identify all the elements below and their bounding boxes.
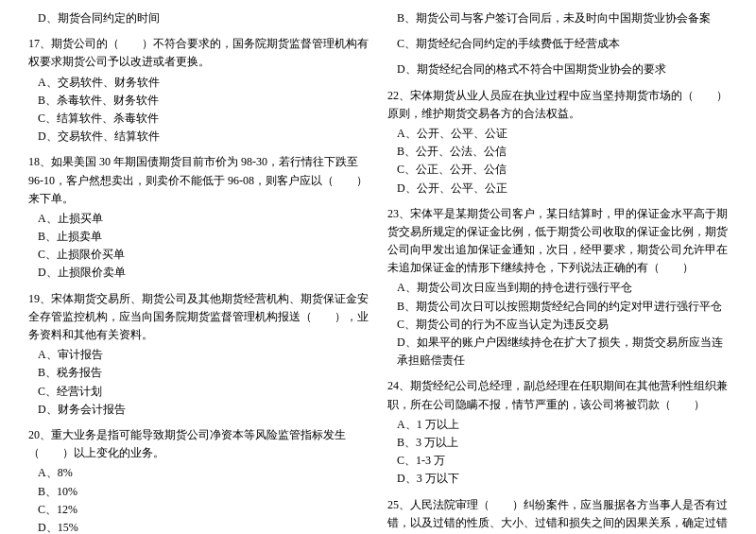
question-22: 22、宋体期货从业人员应在执业过程中应当坚持期货市场的（ ）原则，维护期货交易各… <box>387 87 728 198</box>
q20-option-d: D、15% <box>28 519 369 534</box>
right-column: B、期货公司与客户签订合同后，未及时向中国期货业协会备案 C、期货经纪合同约定的… <box>387 9 728 534</box>
q22-option-b: B、公开、公法、公信 <box>387 143 728 161</box>
option-d-text: D、期货经纪合同的格式不符合中国期货业协会的要求 <box>387 60 728 78</box>
q19-option-b: B、税务报告 <box>28 364 369 382</box>
q20-option-b: B、10% <box>28 483 369 501</box>
q17-option-c: C、结算软件、杀毒软件 <box>28 110 369 128</box>
q17-option-d: D、交易软件、结算软件 <box>28 128 369 146</box>
question-24: 24、期货经纪公司总经理，副总经理在任职期间在其他营利性组织兼职，所在公司隐瞒不… <box>387 377 728 488</box>
question-20-text: 20、重大业务是指可能导致期货公司净资本等风险监管指标发生（ ）以上变化的业务。 <box>28 426 369 462</box>
question-19-text: 19、宋体期货交易所、期货公司及其他期货经营机构、期货保证金安全存管监控机构，应… <box>28 290 369 345</box>
prev-d-option: D、期货合同约定的时间 <box>28 9 369 27</box>
question-18-text: 18、如果美国 30 年期国债期货目前市价为 98-30，若行情往下跌至 96-… <box>28 153 369 208</box>
q19-option-a: A、审计报告 <box>28 346 369 364</box>
question-17: 17、期货公司的（ ）不符合要求的，国务院期货监督管理机构有权要求期货公司予以改… <box>28 35 369 146</box>
q20-option-a: A、8% <box>28 464 369 482</box>
q19-option-d: D、财务会计报告 <box>28 401 369 419</box>
q24-option-a: A、1 万以上 <box>387 416 728 434</box>
question-25: 25、人民法院审理（ ）纠纷案件，应当服据各方当事人是否有过错，以及过错的性质、… <box>387 496 728 535</box>
q19-option-c: C、经营计划 <box>28 383 369 401</box>
q22-option-a: A、公开、公平、公证 <box>387 125 728 143</box>
q24-option-c: C、1-3 万 <box>387 452 728 470</box>
option-b-text: B、期货公司与客户签订合同后，未及时向中国期货业协会备案 <box>387 9 728 27</box>
q22-option-d: D、公开、公平、公正 <box>387 180 728 198</box>
question-25-text: 25、人民法院审理（ ）纠纷案件，应当服据各方当事人是否有过错，以及过错的性质、… <box>387 496 728 535</box>
q22-option-c: C、公正、公开、公信 <box>387 161 728 179</box>
q24-option-b: B、3 万以上 <box>387 434 728 452</box>
q23-option-b: B、期货公司次日可以按照期货经纪合同的约定对甲进行强行平仓 <box>387 298 728 316</box>
option-text: D、期货合同约定的时间 <box>28 9 369 27</box>
question-17-text: 17、期货公司的（ ）不符合要求的，国务院期货监督管理机构有权要求期货公司予以改… <box>28 35 369 71</box>
q18-option-d: D、止损限价卖单 <box>28 264 369 282</box>
question-22-text: 22、宋体期货从业人员应在执业过程中应当坚持期货市场的（ ）原则，维护期货交易各… <box>387 87 728 123</box>
q18-option-b: B、止损卖单 <box>28 228 369 246</box>
question-19: 19、宋体期货交易所、期货公司及其他期货经营机构、期货保证金安全存管监控机构，应… <box>28 290 369 419</box>
prev-c-option: C、期货经纪合同约定的手续费低于经营成本 <box>387 35 728 53</box>
prev-d-option2: D、期货经纪合同的格式不符合中国期货业协会的要求 <box>387 60 728 78</box>
option-c-text: C、期货经纪合同约定的手续费低于经营成本 <box>387 35 728 53</box>
prev-b-option: B、期货公司与客户签订合同后，未及时向中国期货业协会备案 <box>387 9 728 27</box>
q24-option-d: D、3 万以下 <box>387 470 728 488</box>
q17-option-b: B、杀毒软件、财务软件 <box>28 92 369 110</box>
left-column: D、期货合同约定的时间 17、期货公司的（ ）不符合要求的，国务院期货监督管理机… <box>28 9 369 534</box>
q23-option-a: A、期货公司次日应当到期的持仓进行强行平仓 <box>387 279 728 297</box>
q18-option-c: C、止损限价买单 <box>28 246 369 264</box>
question-18: 18、如果美国 30 年期国债期货目前市价为 98-30，若行情往下跌至 96-… <box>28 153 369 282</box>
question-20: 20、重大业务是指可能导致期货公司净资本等风险监管指标发生（ ）以上变化的业务。… <box>28 426 369 534</box>
two-column-layout: D、期货合同约定的时间 17、期货公司的（ ）不符合要求的，国务院期货监督管理机… <box>28 9 728 534</box>
question-23-text: 23、宋体平是某期货公司客户，某日结算时，甲的保证金水平高于期货交易所规定的保证… <box>387 205 728 278</box>
question-23: 23、宋体平是某期货公司客户，某日结算时，甲的保证金水平高于期货交易所规定的保证… <box>387 205 728 370</box>
q20-option-c: C、12% <box>28 501 369 519</box>
q23-option-d: D、如果平的账户户因继续持仓在扩大了损失，期货交易所应当连承担赔偿责任 <box>387 334 728 370</box>
question-24-text: 24、期货经纪公司总经理，副总经理在任职期间在其他营利性组织兼职，所在公司隐瞒不… <box>387 377 728 413</box>
q17-option-a: A、交易软件、财务软件 <box>28 74 369 92</box>
q18-option-a: A、止损买单 <box>28 210 369 228</box>
page-container: D、期货合同约定的时间 17、期货公司的（ ）不符合要求的，国务院期货监督管理机… <box>28 9 728 534</box>
q23-option-c: C、期货公司的行为不应当认定为违反交易 <box>387 316 728 334</box>
